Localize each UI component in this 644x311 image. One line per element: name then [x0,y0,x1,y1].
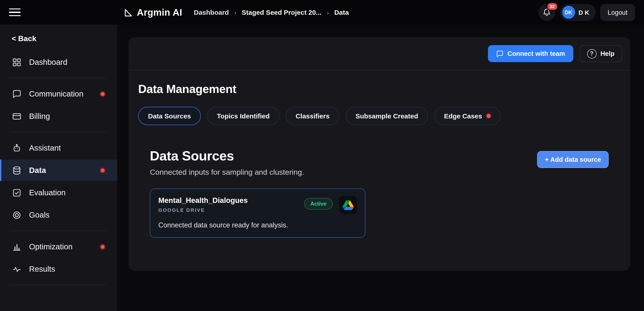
tab-label: Edge Cases [444,112,482,120]
bar-chart-icon [12,242,22,252]
section-head: Data Sources Connected inputs for sampli… [150,148,609,177]
add-data-source-button[interactable]: + Add data source [537,151,609,168]
credit-card-icon [12,111,22,121]
section-titles: Data Sources Connected inputs for sampli… [150,148,304,177]
tabs: Data Sources Topics Identified Classifie… [138,107,620,125]
sidebar-item-results[interactable]: Results [0,258,117,280]
tab-label: Topics Identified [217,112,270,120]
breadcrumb-item-dashboard[interactable]: Dashboard [194,8,229,16]
assistant-icon [12,143,22,153]
alert-dot [486,114,490,118]
logout-button[interactable]: Logout [600,4,635,21]
section-subtitle: Connected inputs for sampling and cluste… [150,168,304,177]
app-logo[interactable]: Argmin AI [124,7,182,18]
notifications-button[interactable]: 32 [538,4,555,21]
sidebar-item-communication[interactable]: Communication [0,83,117,105]
divider [10,132,106,132]
grid-icon [12,57,22,67]
divider [10,285,106,285]
sidebar-item-label: Billing [29,111,50,121]
question-icon: ? [587,49,596,58]
divider [10,78,106,78]
sidebar-item-label: Goals [29,210,50,220]
panel-header: Connect with team ? Help [128,37,630,71]
data-sources-section: Data Sources Connected inputs for sampli… [150,148,609,238]
chat-icon [12,89,22,99]
sidebar-item-label: Assistant [29,143,61,153]
tab-label: Data Sources [148,112,191,120]
card-titles: Mental_Health_Dialogues GOOGLE DRIVE [158,196,304,213]
section-title: Data Sources [150,148,304,164]
alert-dot [100,245,105,249]
data-source-provider: GOOGLE DRIVE [158,207,304,213]
viewport: Argmin AI Dashboard › Staged Seed Projec… [0,0,644,311]
sidebar-item-data[interactable]: Data [0,160,117,181]
topbar-left [0,7,117,18]
sidebar-item-billing[interactable]: Billing [0,105,117,127]
breadcrumb-item-project[interactable]: Staged Seed Project 20... [242,8,322,16]
alert-dot [100,92,105,96]
database-icon [12,165,22,175]
tab-label: Classifiers [296,112,330,120]
divider [10,231,106,231]
connect-with-team-button[interactable]: Connect with team [488,45,573,62]
breadcrumb-separator: › [234,9,236,16]
sidebar-item-label: Data [29,166,46,175]
target-icon [12,210,22,220]
google-drive-icon [339,196,357,214]
tab-subsample-created[interactable]: Subsample Created [346,107,428,125]
menu-button[interactable] [9,7,22,18]
sidebar-item-assistant[interactable]: Assistant [0,137,117,159]
user-name: D K [578,9,589,16]
tab-topics-identified[interactable]: Topics Identified [207,107,280,125]
sidebar-item-label: Results [29,264,55,274]
tab-edge-cases[interactable]: Edge Cases [434,107,500,125]
notification-badge: 32 [546,2,558,10]
page-title: Data Management [138,82,620,96]
breadcrumb-separator: › [327,9,329,16]
sidebar-item-label: Optimization [29,242,73,251]
sidebar-item-label: Communication [29,89,84,98]
help-button[interactable]: ? Help [580,45,622,62]
data-source-name: Mental_Health_Dialogues [158,196,304,205]
help-label: Help [600,50,614,57]
logo-text: Argmin AI [137,7,182,18]
user-menu[interactable]: DK D K [560,4,596,21]
content-panel: Connect with team ? Help Data Management… [128,37,630,271]
tab-label: Subsample Created [356,112,418,120]
topbar: Argmin AI Dashboard › Staged Seed Projec… [0,0,644,24]
sidebar-item-goals[interactable]: Goals [0,204,117,226]
sidebar-item-evaluation[interactable]: Evaluation [0,182,117,203]
activity-icon [12,264,22,274]
topbar-right: 32 DK D K Logout [538,4,644,21]
connect-with-team-label: Connect with team [507,50,565,57]
status-badge: Active [304,198,333,210]
card-top: Mental_Health_Dialogues GOOGLE DRIVE Act… [158,196,357,214]
data-source-card[interactable]: Mental_Health_Dialogues GOOGLE DRIVE Act… [150,189,366,238]
logo-icon [124,7,133,17]
avatar: DK [562,6,575,19]
breadcrumb: Dashboard › Staged Seed Project 20... › … [194,8,349,16]
sidebar-item-label: Dashboard [29,57,67,67]
tab-data-sources[interactable]: Data Sources [138,107,201,125]
check-square-icon [12,188,22,198]
alert-dot [100,168,105,172]
sidebar: < Back Dashboard Communication Billing [0,24,117,311]
data-source-description: Connected data source ready for analysis… [158,221,357,229]
back-link[interactable]: < Back [12,34,117,43]
app: Argmin AI Dashboard › Staged Seed Projec… [0,0,644,311]
tab-classifiers[interactable]: Classifiers [286,107,340,125]
breadcrumb-item-data[interactable]: Data [334,8,349,16]
chat-icon [496,50,503,57]
sidebar-item-dashboard[interactable]: Dashboard [0,51,117,73]
sidebar-item-label: Evaluation [29,188,66,197]
sidebar-item-optimization[interactable]: Optimization [0,236,117,257]
main-content: Connect with team ? Help Data Management… [117,24,644,311]
